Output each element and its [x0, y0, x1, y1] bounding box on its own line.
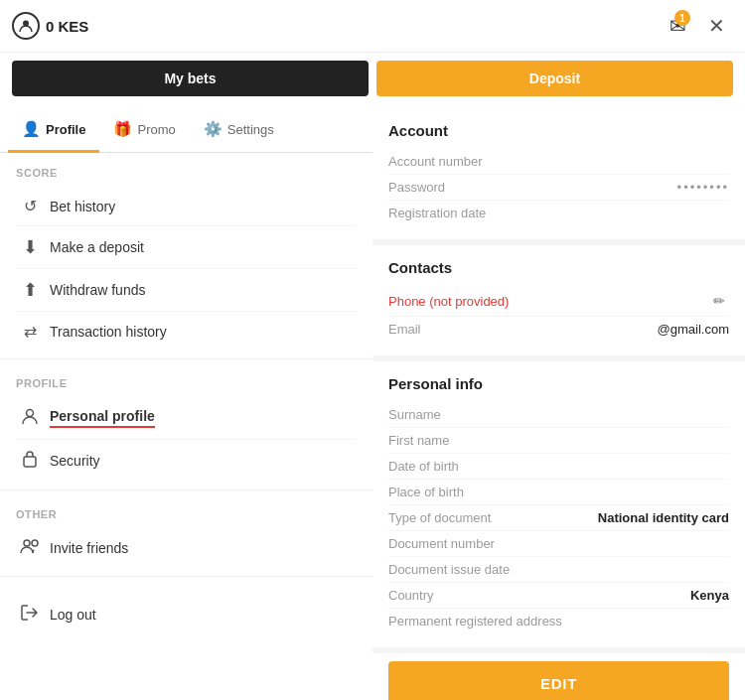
- password-label: Password: [388, 180, 445, 195]
- tab-profile-label: Profile: [46, 122, 85, 137]
- sidebar-item-personal-profile[interactable]: Personal profile: [16, 397, 357, 440]
- my-bets-button[interactable]: My bets: [12, 61, 369, 96]
- sidebar-item-security[interactable]: Security: [16, 440, 357, 482]
- mail-badge: 1: [674, 10, 690, 26]
- registration-date-label: Registration date: [388, 206, 486, 220]
- country-label: Country: [388, 588, 434, 603]
- account-number-row: Account number: [388, 149, 729, 175]
- settings-tab-icon: ⚙️: [204, 120, 223, 138]
- first-name-row: First name: [388, 428, 729, 454]
- phone-row: Phone (not provided) ✏: [388, 286, 729, 317]
- contacts-card-title: Contacts: [388, 259, 729, 276]
- security-icon: [20, 450, 40, 472]
- account-card: Account Account number Password ••••••••…: [372, 108, 745, 239]
- country-value: Kenya: [690, 588, 729, 603]
- doc-issue-date-label: Document issue date: [388, 562, 510, 577]
- balance-amount: 0 KES: [46, 18, 88, 35]
- close-button[interactable]: ✕: [700, 10, 733, 42]
- tabs-bar: 👤 Profile 🎁 Promo ⚙️ Settings: [0, 108, 372, 153]
- divider-1: [0, 358, 372, 359]
- main-layout: 👤 Profile 🎁 Promo ⚙️ Settings SCORE ↺ Be…: [0, 108, 745, 700]
- make-deposit-label: Make a deposit: [50, 239, 144, 255]
- doc-type-label: Type of document: [388, 510, 491, 525]
- invite-friends-label: Invite friends: [50, 540, 128, 556]
- divider-2: [0, 490, 372, 490]
- dob-row: Date of birth: [388, 454, 729, 480]
- doc-type-value: National identity card: [598, 510, 729, 525]
- other-section: OTHER Invite friends: [0, 494, 372, 572]
- email-value: @gmail.com: [658, 322, 729, 337]
- tab-settings[interactable]: ⚙️ Settings: [190, 108, 288, 153]
- phone-edit-button[interactable]: ✏: [709, 291, 729, 311]
- bet-history-label: Bet history: [50, 199, 115, 214]
- user-avatar-icon: [12, 12, 40, 40]
- doc-type-row: Type of document National identity card: [388, 505, 729, 531]
- left-panel: 👤 Profile 🎁 Promo ⚙️ Settings SCORE ↺ Be…: [0, 108, 372, 700]
- edit-button-wrap: EDIT: [372, 653, 745, 700]
- contacts-card: Contacts Phone (not provided) ✏ Email @g…: [372, 245, 745, 355]
- withdraw-icon: ⬆: [20, 279, 40, 301]
- sidebar-item-withdraw-funds[interactable]: ⬆ Withdraw funds: [16, 269, 357, 312]
- logout-icon: [20, 605, 40, 625]
- withdraw-label: Withdraw funds: [50, 282, 145, 298]
- tab-promo-label: Promo: [137, 122, 175, 137]
- password-row: Password ••••••••: [388, 175, 729, 201]
- personal-info-title: Personal info: [388, 375, 729, 392]
- phone-label: Phone (not provided): [388, 294, 509, 309]
- transaction-label: Transaction history: [50, 324, 167, 340]
- email-label: Email: [388, 322, 421, 337]
- doc-number-row: Document number: [388, 531, 729, 557]
- country-row: Country Kenya: [388, 583, 729, 609]
- logout-label: Log out: [50, 607, 96, 623]
- promo-tab-icon: 🎁: [113, 120, 132, 138]
- bet-history-icon: ↺: [20, 197, 40, 215]
- account-card-title: Account: [388, 122, 729, 139]
- place-of-birth-label: Place of birth: [388, 485, 464, 499]
- tab-profile[interactable]: 👤 Profile: [8, 108, 99, 153]
- sidebar-item-invite-friends[interactable]: Invite friends: [16, 528, 357, 568]
- surname-label: Surname: [388, 407, 441, 422]
- transaction-icon: ⇄: [20, 322, 40, 341]
- logout-section: Log out: [0, 581, 372, 638]
- invite-friends-icon: [20, 538, 40, 558]
- surname-row: Surname: [388, 402, 729, 428]
- registration-date-row: Registration date: [388, 201, 729, 225]
- deposit-button[interactable]: Deposit: [376, 61, 733, 96]
- place-of-birth-row: Place of birth: [388, 480, 729, 505]
- email-row: Email @gmail.com: [388, 317, 729, 342]
- divider-3: [0, 576, 372, 577]
- mail-button[interactable]: ✉ 1: [666, 10, 690, 42]
- personal-profile-label: Personal profile: [50, 408, 155, 428]
- top-bar: 0 KES ✉ 1 ✕: [0, 0, 745, 53]
- make-deposit-icon: ⬇: [20, 236, 40, 258]
- profile-tab-icon: 👤: [22, 120, 41, 138]
- score-section-label: SCORE: [16, 167, 357, 179]
- doc-number-label: Document number: [388, 536, 495, 551]
- profile-section-label: PROFILE: [16, 377, 357, 389]
- other-section-label: OTHER: [16, 508, 357, 520]
- tab-settings-label: Settings: [227, 122, 274, 137]
- right-panel: Account Account number Password ••••••••…: [372, 108, 745, 700]
- perm-address-row: Permanent registered address: [388, 609, 729, 633]
- personal-profile-icon: [20, 407, 40, 429]
- score-section: SCORE ↺ Bet history ⬇ Make a deposit ⬆ W…: [0, 153, 372, 354]
- sidebar-item-logout[interactable]: Log out: [16, 595, 357, 634]
- user-balance-wrap: 0 KES: [12, 12, 88, 40]
- sidebar-item-make-deposit[interactable]: ⬇ Make a deposit: [16, 226, 357, 269]
- sidebar-item-transaction-history[interactable]: ⇄ Transaction history: [16, 312, 357, 350]
- account-number-label: Account number: [388, 154, 483, 169]
- svg-point-3: [24, 540, 30, 546]
- doc-issue-date-row: Document issue date: [388, 557, 729, 583]
- password-value: ••••••••: [677, 180, 729, 195]
- edit-button[interactable]: EDIT: [388, 661, 729, 700]
- personal-info-card: Personal info Surname First name Date of…: [372, 361, 745, 647]
- svg-rect-2: [24, 457, 36, 467]
- sidebar-item-bet-history[interactable]: ↺ Bet history: [16, 187, 357, 226]
- profile-section: PROFILE Personal profile Securi: [0, 363, 372, 486]
- svg-point-4: [32, 540, 38, 546]
- svg-point-1: [27, 410, 34, 417]
- perm-address-label: Permanent registered address: [388, 614, 562, 629]
- action-buttons-row: My bets Deposit: [0, 53, 745, 108]
- first-name-label: First name: [388, 433, 449, 448]
- tab-promo[interactable]: 🎁 Promo: [99, 108, 189, 153]
